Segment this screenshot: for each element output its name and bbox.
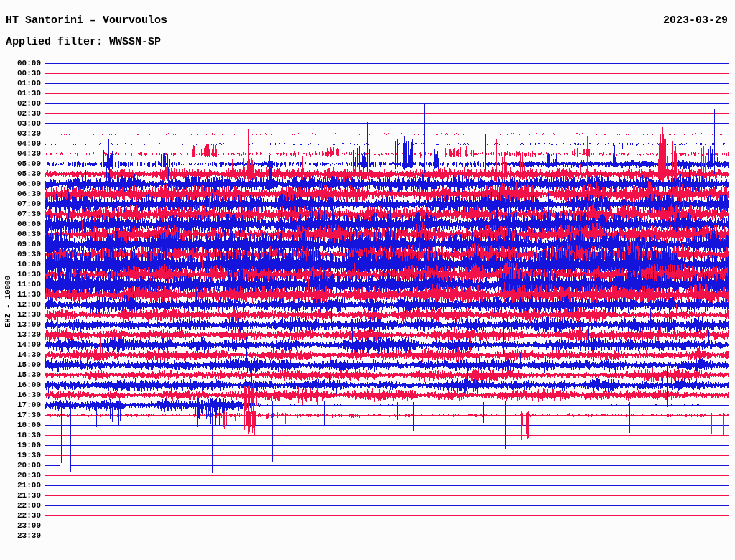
time-label: 00:30 [0,69,41,78]
time-label: 23:30 [0,531,41,540]
time-label: 14:00 [0,340,41,349]
time-label: 02:00 [0,99,41,108]
time-label: 16:00 [0,381,41,389]
time-label: 02:30 [0,109,41,118]
time-label: 22:30 [0,511,41,520]
time-label: 03:00 [0,119,41,128]
time-label: 13:30 [0,330,41,339]
time-label: 20:30 [0,471,41,480]
time-label: 00:00 [0,59,41,67]
time-label: 12:30 [0,310,41,319]
time-label: 11:00 [0,280,41,289]
time-label: 09:00 [0,240,41,248]
time-label: 09:30 [0,250,41,258]
time-label: 10:00 [0,260,41,269]
filter-label: Applied filter: WWSSN-SP [6,37,161,48]
time-label: 08:30 [0,230,41,238]
time-label: 10:30 [0,270,41,279]
time-label: 07:30 [0,210,41,218]
time-label: 12:00 [0,300,41,309]
time-label: 18:00 [0,421,41,429]
time-label: 21:00 [0,481,41,490]
time-label: 07:00 [0,200,41,208]
time-label: 15:30 [0,370,41,379]
time-label: 19:30 [0,451,41,459]
time-label: 04:30 [0,149,41,158]
time-label: 20:00 [0,461,41,470]
time-label: 15:00 [0,360,41,369]
time-label: 22:00 [0,501,41,510]
time-label: 06:30 [0,190,41,198]
time-label: 01:00 [0,79,41,88]
time-label: 16:30 [0,391,41,399]
time-label: 17:30 [0,411,41,419]
time-label: 14:30 [0,350,41,359]
time-label: 17:00 [0,401,41,409]
time-label: 01:30 [0,89,41,98]
seismogram-canvas [0,0,735,560]
time-label: 08:00 [0,220,41,228]
helicorder-page: { "header": { "station_title": "HT Santo… [0,0,735,560]
time-label: 04:00 [0,139,41,148]
time-label: 13:00 [0,320,41,329]
time-label: 18:30 [0,431,41,439]
time-label: 05:30 [0,169,41,178]
time-label: 03:30 [0,129,41,138]
time-label: 19:00 [0,441,41,449]
time-label: 11:30 [0,290,41,299]
time-label: 21:30 [0,491,41,500]
time-label: 06:00 [0,179,41,188]
time-label: 05:00 [0,159,41,168]
page-title: HT Santorini – Vourvoulos [6,15,167,27]
date-label: 2023-03-29 [663,15,728,27]
time-label: 23:00 [0,521,41,530]
